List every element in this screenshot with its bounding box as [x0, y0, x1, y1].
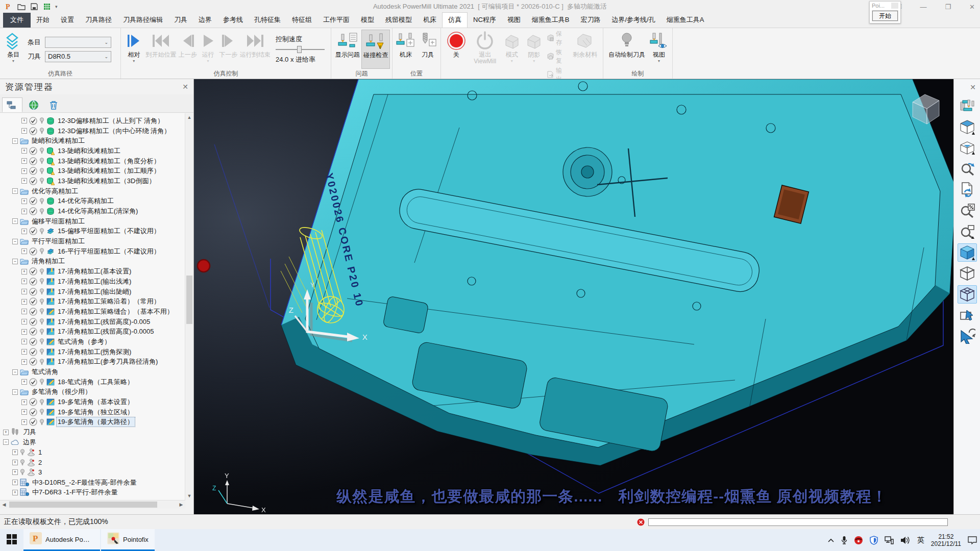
save-icon[interactable]	[30, 2, 39, 11]
visibility-bulb-icon[interactable]	[39, 329, 44, 335]
tree-item[interactable]: +19-多笔清角（最大路径）	[0, 417, 185, 428]
tree-item[interactable]: +13-陡峭和浅滩精加工（角度分析）	[0, 156, 185, 166]
visibility-bulb-icon[interactable]	[39, 158, 44, 164]
collision-check-button[interactable]: ! 碰撞检查	[361, 30, 390, 69]
refresh-page-icon[interactable]	[958, 181, 977, 199]
active-check-icon[interactable]	[29, 398, 37, 406]
active-check-icon[interactable]	[29, 157, 37, 165]
tree-item[interactable]: +中7-D6R3 -1-F平行-部件余量	[0, 487, 185, 497]
visibility-bulb-icon[interactable]	[39, 278, 44, 285]
mold-core-model[interactable]: Y020026 CORE P20 10	[281, 79, 953, 465]
notification-icon[interactable]	[968, 536, 977, 544]
trash-icon[interactable]	[45, 97, 62, 112]
tree-item[interactable]: +17-清角精加工策略沿着）（常用）	[0, 296, 185, 307]
entry-combobox[interactable]: ⌄	[45, 37, 111, 48]
start-button[interactable]	[0, 529, 23, 551]
show-issues-button[interactable]: 显示问题	[333, 30, 361, 69]
expand-icon[interactable]: +	[21, 419, 27, 425]
tab-刀具路径[interactable]: 刀具路径	[80, 13, 117, 28]
run-to-end-button[interactable]: 运行到结束	[239, 30, 272, 69]
tree-item-label[interactable]: 17-清角精加工(拐角探测)	[57, 347, 132, 357]
auto-draw-tool-button[interactable]: 自动绘制刀具	[605, 30, 648, 69]
tab-参考线[interactable]: 参考线	[217, 13, 249, 28]
active-check-icon[interactable]	[29, 338, 37, 346]
active-check-icon[interactable]	[29, 278, 37, 286]
tree-item[interactable]: −笔式清角	[0, 367, 185, 377]
expand-icon[interactable]: +	[21, 158, 27, 164]
tree-item-label[interactable]: 刀具	[22, 428, 37, 437]
expand-icon[interactable]: +	[21, 118, 27, 123]
scroll-up-icon[interactable]: ▲	[185, 113, 193, 121]
expand-icon[interactable]: +	[21, 148, 27, 154]
network-icon[interactable]	[885, 536, 894, 544]
tab-宏刀路[interactable]: 宏刀路	[575, 13, 606, 28]
tree-item-label[interactable]: 19-多笔清角（独立区域）	[57, 408, 135, 417]
visibility-bulb-icon[interactable]	[39, 208, 44, 215]
taskbar-app-autodesk-power-[interactable]: PAutodesk Power...	[23, 529, 100, 551]
viewmill-off-button[interactable]: 关	[443, 30, 470, 84]
visibility-bulb-icon[interactable]	[39, 348, 44, 355]
active-check-icon[interactable]	[29, 328, 37, 336]
active-check-icon[interactable]	[29, 127, 37, 135]
visibility-bulb-icon[interactable]	[39, 198, 44, 205]
tree-item-label[interactable]: 13-陡峭和浅滩精加工（角度分析）	[57, 157, 161, 166]
tree-item-label[interactable]: 中7-D6R3 -1-F平行-部件余量	[31, 488, 119, 497]
tree-item[interactable]: +13-陡峭和浅滩精加工（3D倒圆）	[0, 176, 185, 186]
tab-烟熏鱼工具A[interactable]: 烟熏鱼工具A	[661, 13, 710, 28]
collapse-icon[interactable]: −	[12, 188, 18, 194]
expand-icon[interactable]: +	[21, 339, 27, 344]
undo-cursor-icon[interactable]	[958, 327, 977, 345]
viewmill-mode-button[interactable]: 模式▾	[501, 30, 523, 84]
wireframe-cube-icon[interactable]	[958, 264, 977, 283]
tree-item[interactable]: +12-3D偏移精加工（向中心环绕 清角）	[0, 126, 185, 136]
block-view-icon[interactable]	[958, 139, 977, 157]
tree-item-label[interactable]: 13-陡峭和浅滩精加工	[57, 146, 121, 156]
visibility-bulb-icon[interactable]	[39, 308, 44, 315]
close-icon[interactable]: ✕	[969, 3, 975, 11]
tree-item[interactable]: +14-优化等高精加工(清深角)	[0, 206, 185, 216]
tree-item-label[interactable]: 笔式清角（参考）	[57, 337, 112, 346]
tab-孔特征集[interactable]: 孔特征集	[249, 13, 286, 28]
progress-cancel-icon[interactable]	[637, 518, 645, 526]
expand-icon[interactable]: +	[21, 289, 27, 294]
speed-slider[interactable]	[276, 46, 325, 53]
iso-cube-icon[interactable]	[958, 118, 977, 136]
expand-icon[interactable]: +	[21, 198, 27, 204]
active-check-icon[interactable]	[29, 418, 37, 426]
tool-position-button[interactable]: 刀具	[417, 30, 438, 69]
tree-item-label[interactable]: 17-清角精加工(基本设置)	[57, 267, 132, 276]
tree-item[interactable]: +中3-D10R5_-2-F最佳等高-部件余量	[0, 478, 185, 488]
tree-item[interactable]: −优化等高精加工	[0, 186, 185, 196]
active-check-icon[interactable]	[29, 297, 37, 306]
tree-item-label[interactable]: 笔式清角	[31, 367, 59, 377]
explorer-close-icon[interactable]: ✕	[182, 83, 188, 91]
tree-item[interactable]: +刀具	[0, 427, 185, 437]
graphics-viewport[interactable]: Y020026 CORE P20 10	[194, 79, 953, 514]
microphone-icon[interactable]	[841, 536, 847, 545]
tab-残留模型[interactable]: 残留模型	[380, 13, 418, 28]
minimize-icon[interactable]: —	[920, 3, 926, 11]
expand-icon[interactable]: +	[12, 460, 18, 465]
tree-item-label[interactable]: 14-优化等高精加工(清深角)	[57, 207, 139, 216]
tab-NC程序[interactable]: NC程序	[468, 13, 502, 28]
select-box-cursor-icon[interactable]	[958, 306, 977, 324]
visibility-bulb-icon[interactable]	[39, 399, 44, 406]
tree-item-label[interactable]: 17-清角精加工(残留高度)-0.0005	[57, 327, 155, 336]
tree-item-label[interactable]: 15-偏移平坦面精加工（不建议用）	[57, 227, 161, 236]
active-check-icon[interactable]	[29, 247, 37, 256]
tree-item[interactable]: +17-清角精加工(拐角探测)	[0, 347, 185, 357]
tree-item[interactable]: +18-笔式清角（工具策略）	[0, 377, 185, 387]
tree-item[interactable]: −多笔清角（很少用）	[0, 387, 185, 397]
expand-icon[interactable]: +	[21, 209, 27, 214]
tree-item[interactable]: +3	[0, 467, 185, 478]
tab-刀具[interactable]: 刀具	[168, 13, 193, 28]
scroll-left-icon[interactable]: ◀	[0, 500, 8, 509]
collapse-icon[interactable]: −	[3, 439, 9, 445]
relative-play-button[interactable]: 相对▾	[123, 30, 144, 69]
tree-item[interactable]: +17-清角精加工(参考刀具路径清角)	[0, 357, 185, 367]
expand-icon[interactable]: +	[12, 480, 18, 485]
expand-icon[interactable]: +	[21, 178, 27, 184]
visibility-bulb-icon[interactable]	[39, 318, 44, 325]
speed-slider-thumb[interactable]	[297, 46, 302, 53]
active-check-icon[interactable]	[29, 167, 37, 175]
